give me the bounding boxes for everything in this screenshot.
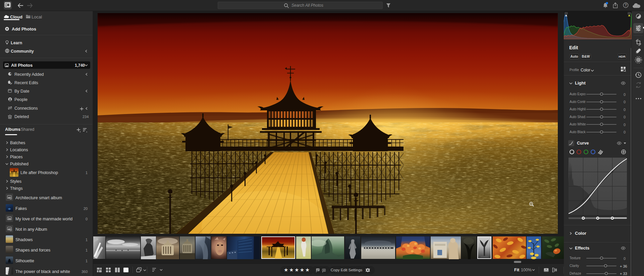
svg-text:?: ? xyxy=(625,3,627,7)
